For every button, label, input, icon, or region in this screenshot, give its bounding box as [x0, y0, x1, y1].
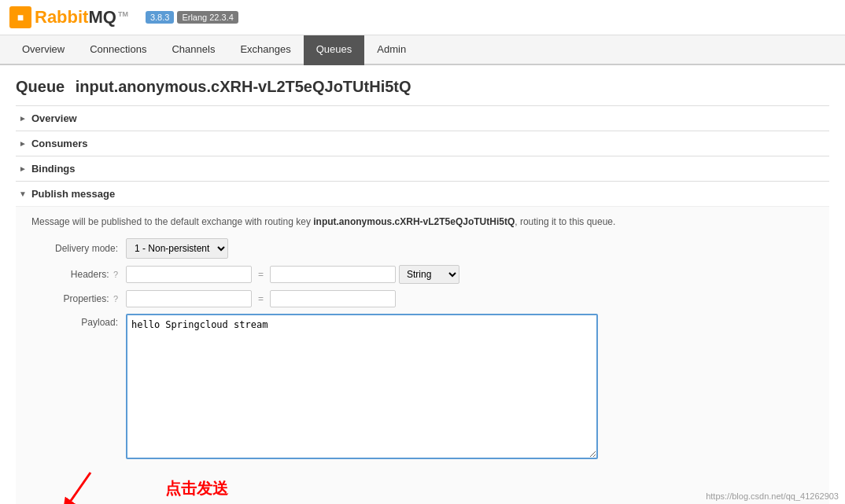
publish-info: Message will be published to the default… — [31, 215, 814, 229]
headers-row: Headers: ? = StringNumberBoolean — [31, 265, 814, 284]
title-prefix: Queue — [16, 78, 65, 95]
version-badge: 3.8.3 — [146, 11, 174, 24]
properties-help-icon[interactable]: ? — [113, 294, 118, 304]
eq-sign-1: = — [255, 269, 267, 280]
section-consumers-label: Consumers — [31, 138, 88, 149]
logo-area: ■ RabbitMQTM — [9, 6, 128, 28]
headers-value-input[interactable] — [270, 266, 396, 283]
delivery-mode-row: Delivery mode: 1 - Non-persistent2 - Per… — [31, 238, 814, 259]
routing-key-text: input.anonymous.cXRH-vL2T5eQJoTUtHi5tQ — [313, 216, 515, 227]
footer: https://blog.csdn.net/qq_41262903 — [699, 488, 845, 504]
section-publish-content: Message will be published to the default… — [16, 206, 829, 504]
content: Queue input.anonymous.cXRH-vL2T5eQJoTUtH… — [0, 65, 845, 504]
delivery-mode-label: Delivery mode: — [31, 243, 126, 254]
top-bar: ■ RabbitMQTM 3.8.3 Erlang 22.3.4 — [0, 0, 845, 35]
nav-overview[interactable]: Overview — [9, 35, 77, 65]
headers-key-input[interactable] — [126, 266, 252, 283]
nav-queues[interactable]: Queues — [304, 35, 365, 65]
logo-tm: TM — [118, 10, 128, 18]
eq-sign-2: = — [255, 293, 267, 304]
section-overview-header[interactable]: ► Overview — [16, 106, 829, 131]
properties-key-input[interactable] — [126, 290, 252, 307]
string-type-select[interactable]: StringNumberBoolean — [399, 265, 459, 284]
svg-line-1 — [67, 473, 90, 504]
chinese-annotation: 点击发送 — [165, 478, 228, 499]
payload-textarea[interactable]: hello Springcloud stream — [126, 314, 598, 459]
info-prefix: Message will be published to the default… — [31, 216, 313, 227]
section-overview-label: Overview — [31, 112, 77, 124]
section-consumers: ► Consumers — [16, 131, 829, 156]
chevron-right-icon: ► — [19, 114, 27, 123]
section-bindings-label: Bindings — [31, 163, 76, 175]
section-bindings-header[interactable]: ► Bindings — [16, 156, 829, 181]
annotation-area: 点击发送 — [31, 465, 814, 504]
properties-inputs: = — [126, 290, 396, 307]
nav-exchanges[interactable]: Exchanges — [227, 35, 303, 65]
headers-help-icon[interactable]: ? — [113, 270, 118, 279]
nav-admin[interactable]: Admin — [364, 35, 419, 65]
page-title: Queue input.anonymous.cXRH-vL2T5eQJoTUtH… — [16, 78, 829, 96]
chevron-right-icon-3: ► — [19, 164, 27, 173]
section-publish-header[interactable]: ▼ Publish message — [16, 182, 829, 206]
arrow-svg — [51, 469, 106, 504]
info-suffix: , routing it to this queue. — [515, 216, 615, 227]
properties-value-input[interactable] — [270, 290, 396, 307]
nav: Overview Connections Channels Exchanges … — [0, 35, 845, 65]
delivery-mode-select[interactable]: 1 - Non-persistent2 - Persistent — [126, 238, 228, 259]
chevron-down-icon: ▼ — [19, 189, 27, 198]
properties-row: Properties: ? = — [31, 290, 814, 307]
headers-inputs: = StringNumberBoolean — [126, 265, 459, 284]
payload-row: Payload: hello Springcloud stream — [31, 314, 814, 459]
payload-label: Payload: — [31, 314, 126, 328]
footer-url: https://blog.csdn.net/qq_41262903 — [706, 491, 839, 501]
nav-channels[interactable]: Channels — [159, 35, 227, 65]
logo-icon: ■ — [9, 6, 31, 28]
properties-label: Properties: ? — [31, 293, 126, 304]
queue-name: input.anonymous.cXRH-vL2T5eQJoTUtHi5tQ — [76, 78, 411, 95]
nav-connections[interactable]: Connections — [77, 35, 159, 65]
logo-text: RabbitMQTM — [35, 7, 128, 28]
arrow-area — [31, 465, 126, 504]
section-publish-label: Publish message — [31, 188, 115, 200]
section-consumers-header[interactable]: ► Consumers — [16, 131, 829, 156]
section-publish: ▼ Publish message Message will be publis… — [16, 181, 829, 504]
erlang-badge: Erlang 22.3.4 — [177, 11, 238, 24]
section-bindings: ► Bindings — [16, 156, 829, 181]
section-overview: ► Overview — [16, 105, 829, 131]
chevron-right-icon-2: ► — [19, 139, 27, 148]
headers-label: Headers: ? — [31, 269, 126, 280]
